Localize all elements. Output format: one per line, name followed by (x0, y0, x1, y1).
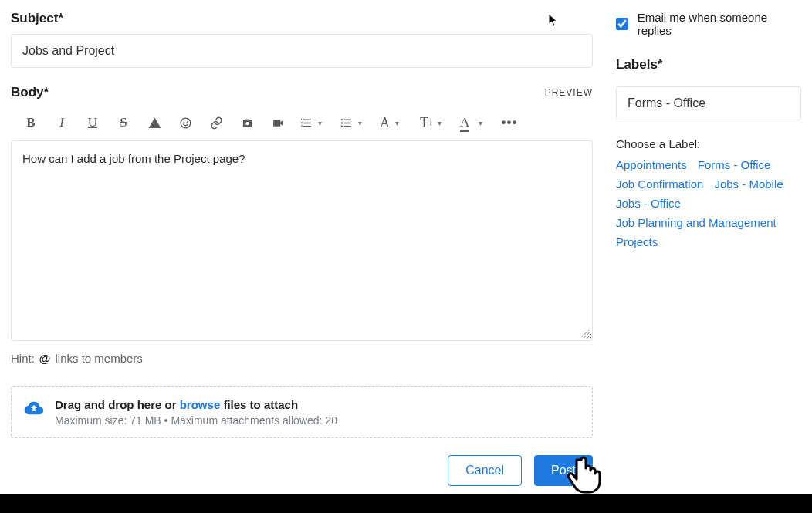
label-tag[interactable]: Job Confirmation (616, 177, 703, 191)
labels-heading: Labels* (616, 57, 801, 73)
underline-button[interactable]: U (77, 110, 108, 136)
italic-button[interactable]: I (46, 110, 77, 136)
browse-link[interactable]: browse (180, 398, 221, 411)
svg-point-5 (341, 122, 343, 123)
subject-input[interactable] (11, 34, 593, 68)
font-color-button[interactable]: A▾ (454, 110, 494, 136)
label-tag[interactable]: Jobs - Mobile (714, 177, 783, 191)
cancel-button[interactable]: Cancel (448, 455, 522, 486)
font-family-button[interactable]: A▾ (374, 110, 414, 136)
label-tag[interactable]: Jobs - Office (616, 197, 681, 210)
svg-point-0 (181, 118, 191, 128)
email-me-checkbox[interactable] (616, 18, 628, 30)
email-me-row[interactable]: Email me when someone replies (616, 11, 801, 37)
video-button[interactable] (262, 110, 293, 136)
label-tag[interactable]: Forms - Office (698, 158, 771, 171)
email-me-label: Email me when someone replies (638, 11, 801, 37)
preview-toggle[interactable]: PREVIEW (545, 87, 593, 98)
svg-point-6 (341, 125, 343, 127)
labels-input[interactable] (616, 86, 801, 120)
svg-point-3 (245, 122, 249, 125)
unordered-list-button[interactable]: ▾ (333, 110, 374, 136)
label-tag-list: AppointmentsForms - OfficeJob Confirmati… (616, 158, 801, 248)
dropzone-limits: Maximum size: 71 MB • Maximum attachment… (55, 414, 337, 427)
footer-bar (0, 494, 812, 513)
dropzone-title: Drag and drop here or browse files to at… (55, 398, 337, 411)
choose-label-heading: Choose a Label: (616, 137, 801, 150)
label-tag[interactable]: Appointments (616, 158, 687, 171)
cloud-upload-icon (24, 400, 44, 417)
label-tag[interactable]: Projects (616, 235, 658, 248)
subject-label: Subject* (11, 11, 593, 26)
editor-toolbar: B I U S ▾ ▾ (11, 105, 593, 140)
svg-point-1 (183, 121, 184, 123)
link-button[interactable] (201, 110, 232, 136)
svg-point-2 (186, 121, 188, 123)
svg-point-4 (341, 119, 343, 120)
label-tag[interactable]: Job Planning and Management (616, 216, 776, 229)
font-size-button[interactable]: TI▾ (414, 110, 454, 136)
body-editor[interactable]: How can I add a job from the Project pag… (11, 140, 593, 341)
post-button[interactable]: Post (534, 455, 593, 486)
bold-button[interactable]: B (15, 110, 46, 136)
ordered-list-button[interactable]: ▾ (293, 110, 333, 136)
warning-icon[interactable] (139, 110, 170, 136)
emoji-button[interactable] (170, 110, 201, 136)
attachment-dropzone[interactable]: Drag and drop here or browse files to at… (11, 386, 593, 438)
strikethrough-button[interactable]: S (108, 110, 139, 136)
hint-text: Hint: @ links to members (11, 352, 593, 365)
more-button[interactable]: ••• (494, 110, 525, 136)
camera-button[interactable] (232, 110, 262, 136)
body-label: Body* (11, 85, 49, 100)
